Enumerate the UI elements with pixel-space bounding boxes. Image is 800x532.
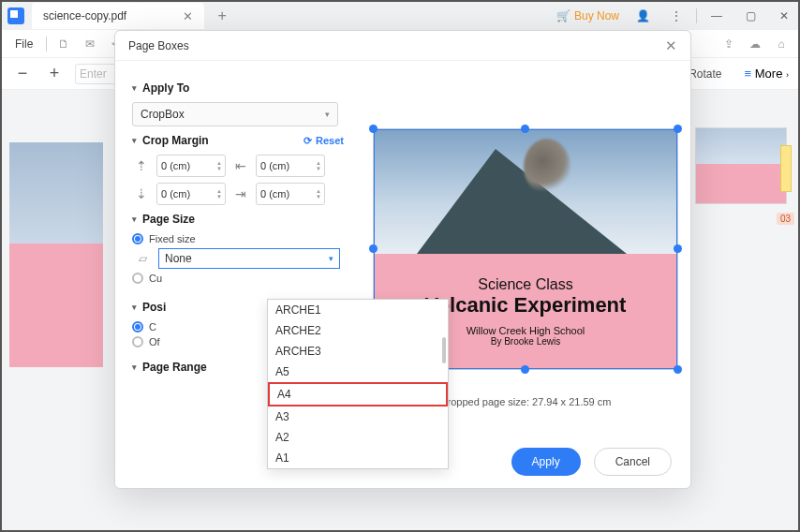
share-icon[interactable]: ⇪ (719, 35, 738, 53)
size-option[interactable]: ARCHE2 (268, 320, 448, 341)
thumbnail-panel: 03 (695, 127, 787, 204)
reset-button[interactable]: ⟳Reset (304, 135, 344, 147)
chevron-down-icon: ▾ (329, 254, 333, 263)
buy-now-link[interactable]: 🛒 Buy Now (556, 9, 619, 22)
refresh-icon: ⟳ (304, 135, 312, 147)
bookmark-icon (780, 145, 792, 192)
titlebar: science-copy.pdf ✕ + 🛒 Buy Now 👤 ⋮ — ▢ ✕ (2, 2, 798, 30)
tab-close-icon[interactable]: ✕ (183, 9, 193, 23)
radio-icon (132, 336, 143, 347)
new-tab-button[interactable]: + (212, 7, 232, 24)
orientation-icon[interactable]: ▱ (132, 248, 153, 269)
minimize-button[interactable]: — (703, 3, 731, 29)
page-thumbnail[interactable] (695, 127, 787, 204)
scrollbar-thumb[interactable] (442, 337, 446, 363)
thumbnail-page-number: 03 (777, 213, 794, 225)
user-avatar-icon[interactable]: 👤 (629, 3, 657, 29)
crop-handle-w[interactable] (369, 244, 378, 253)
chevron-down-icon: ▾ (325, 110, 330, 119)
crop-handle-n[interactable] (521, 125, 529, 133)
document-tab[interactable]: science-copy.pdf ✕ (32, 3, 204, 29)
size-option-highlighted[interactable]: A4 (268, 382, 448, 406)
crop-handle-ne[interactable] (674, 125, 682, 133)
save-icon[interactable]: 🗋 (54, 35, 73, 53)
size-option[interactable]: ARCHE1 (268, 300, 448, 320)
fixed-size-radio[interactable]: Fixed size (132, 233, 344, 244)
zoom-in-button[interactable]: + (43, 63, 66, 85)
dialog-close-button[interactable]: ✕ (665, 37, 677, 54)
hamburger-icon: ≡ (745, 66, 752, 81)
margin-left-icon: ⇤ (231, 158, 250, 173)
dialog-header: Page Boxes ✕ (115, 31, 690, 61)
kebab-icon[interactable]: ⋮ (662, 3, 690, 29)
margin-bottom-icon: ⇣ (132, 186, 151, 201)
app-icon[interactable] (7, 7, 24, 24)
apply-button[interactable]: Apply (511, 448, 581, 476)
cancel-button[interactable]: Cancel (594, 448, 672, 476)
margin-top-icon: ⇡ (132, 158, 151, 173)
size-option[interactable]: A1 (268, 448, 448, 468)
size-option[interactable]: A2 (268, 427, 448, 448)
crop-handle-nw[interactable] (369, 125, 378, 133)
margin-bottom-input[interactable]: 0 (cm)▲▼ (156, 183, 226, 205)
margin-left-input[interactable]: 0 (cm)▲▼ (256, 155, 325, 177)
chevron-right-icon: › (786, 70, 789, 80)
zoom-out-button[interactable]: − (11, 63, 34, 85)
tab-title: science-copy.pdf (43, 9, 126, 22)
size-option[interactable]: A3 (268, 406, 448, 427)
crop-handle-e[interactable] (674, 244, 682, 253)
page-boxes-dialog: Page Boxes ✕ Apply To CropBox ▾ Crop Mar… (114, 30, 691, 489)
file-menu[interactable]: File (9, 34, 38, 54)
page-size-section[interactable]: Page Size (132, 213, 344, 226)
page-preview-clipped (9, 142, 103, 367)
margin-top-input[interactable]: 0 (cm)▲▼ (156, 155, 226, 177)
radio-icon (132, 273, 143, 284)
mail-icon[interactable]: ✉ (81, 35, 99, 53)
custom-size-radio[interactable]: Cu (132, 273, 344, 284)
radio-checked-icon (132, 321, 143, 332)
more-menu[interactable]: ≡ More › (745, 66, 789, 81)
dialog-title: Page Boxes (128, 39, 189, 52)
crop-handle-s[interactable] (521, 365, 529, 374)
apply-to-select[interactable]: CropBox ▾ (132, 102, 338, 126)
close-button[interactable]: ✕ (770, 3, 798, 29)
fixed-size-dropdown[interactable]: ARCHE1 ARCHE2 ARCHE3 A5 A4 A3 A2 A1 (267, 299, 449, 469)
margin-right-icon: ⇥ (231, 186, 250, 201)
size-option[interactable]: ARCHE3 (268, 341, 448, 362)
maximize-button[interactable]: ▢ (736, 3, 764, 29)
radio-checked-icon (132, 233, 143, 244)
margin-right-input[interactable]: 0 (cm)▲▼ (256, 183, 325, 205)
fixed-size-select[interactable]: None ▾ (158, 248, 340, 269)
crop-margin-section[interactable]: Crop Margin ⟳Reset (132, 134, 344, 147)
rotate-button[interactable]: Rotate (689, 67, 721, 81)
cart-icon: 🛒 (556, 9, 570, 22)
size-option[interactable]: A5 (268, 362, 448, 382)
apply-to-section[interactable]: Apply To (132, 81, 344, 95)
crop-handle-se[interactable] (674, 365, 682, 374)
home-icon[interactable]: ⌂ (772, 35, 791, 53)
cloud-icon[interactable]: ☁ (746, 35, 764, 53)
